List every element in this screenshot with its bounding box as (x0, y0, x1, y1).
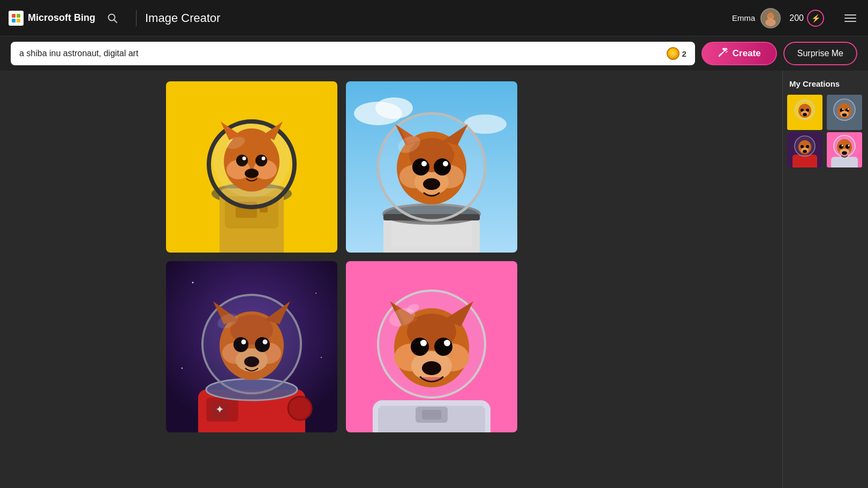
dog-image-4 (346, 261, 517, 432)
svg-point-27 (245, 169, 259, 178)
svg-point-115 (842, 109, 843, 110)
svg-point-78 (202, 295, 301, 393)
coin-number: 200 (789, 13, 804, 23)
windows-sq3 (12, 19, 16, 22)
svg-point-50 (443, 161, 448, 166)
create-icon (718, 47, 728, 60)
svg-rect-83 (422, 410, 441, 420)
svg-point-48 (434, 158, 451, 176)
svg-point-26 (262, 157, 266, 161)
windows-sq2 (17, 14, 20, 18)
svg-point-94 (411, 338, 429, 356)
svg-point-24 (255, 155, 267, 166)
svg-point-118 (842, 113, 847, 117)
nav-divider (136, 10, 137, 26)
svg-point-97 (444, 340, 450, 346)
svg-point-124 (806, 145, 809, 148)
dog-image-1 (166, 81, 337, 253)
svg-point-123 (801, 145, 804, 148)
wand-icon (718, 47, 728, 58)
hamburger-line3 (844, 21, 856, 22)
hamburger-line2 (844, 18, 856, 19)
svg-point-95 (434, 338, 452, 356)
surprise-button[interactable]: Surprise Me (783, 42, 857, 65)
create-button[interactable]: Create (701, 42, 777, 65)
bing-logo[interactable]: Microsoft Bing (9, 11, 95, 26)
thumbnail-grid (787, 95, 864, 167)
thumb-image-1 (787, 95, 822, 130)
windows-sq4 (17, 19, 20, 22)
boost-badge[interactable]: 🪙 2 (667, 47, 686, 60)
hamburger-menu[interactable] (841, 11, 859, 25)
thumbnail-4[interactable] (827, 132, 862, 167)
sidebar-title: My Creations (787, 79, 864, 88)
generated-image-4[interactable] (346, 261, 517, 432)
svg-point-55 (315, 293, 316, 294)
sidebar: My Creations (782, 71, 868, 488)
svg-point-49 (421, 161, 427, 166)
svg-point-133 (841, 145, 843, 147)
windows-icon (12, 14, 20, 22)
svg-point-99 (444, 341, 446, 343)
thumbnail-1[interactable] (787, 95, 822, 130)
search-icon (107, 13, 118, 24)
avatar[interactable] (760, 8, 781, 28)
svg-point-136 (842, 151, 847, 155)
user-name: Emma (732, 13, 755, 22)
boost-icon: ⚡ (807, 10, 824, 27)
page-title: Image Creator (145, 11, 221, 25)
dog-image-2 (346, 81, 517, 253)
svg-point-126 (803, 150, 807, 153)
bing-logo-icon (9, 11, 24, 26)
svg-point-54 (192, 282, 194, 284)
dog-image-3: ✦ (166, 261, 337, 432)
thumb-image-4 (827, 132, 862, 167)
bing-logo-text: Microsoft Bing (28, 12, 95, 24)
thumb-image-2 (827, 95, 862, 130)
svg-point-100 (422, 361, 441, 375)
svg-point-51 (423, 178, 440, 190)
search-button[interactable] (104, 10, 121, 27)
windows-sq1 (12, 14, 16, 18)
svg-text:✦: ✦ (215, 403, 224, 415)
prompt-input[interactable] (19, 49, 661, 58)
surprise-label: Surprise Me (797, 49, 843, 58)
svg-point-56 (182, 368, 183, 369)
thumbnail-3[interactable] (787, 132, 822, 167)
hamburger-line1 (844, 14, 856, 16)
svg-point-116 (847, 109, 848, 110)
boost-coin-icon: 🪙 (667, 47, 680, 60)
coin-count-container: 200 ⚡ (789, 10, 833, 27)
svg-point-4 (765, 18, 776, 26)
svg-point-57 (321, 357, 322, 358)
left-spacer (0, 71, 150, 488)
svg-point-98 (420, 341, 422, 343)
search-row: 🪙 2 Create Surprise Me (0, 36, 868, 71)
generated-image-2[interactable] (346, 81, 517, 253)
search-input-wrap: 🪙 2 (11, 42, 695, 65)
svg-point-23 (236, 155, 248, 166)
svg-point-96 (420, 340, 427, 346)
svg-point-109 (803, 113, 807, 116)
avatar-image (761, 8, 780, 28)
svg-point-31 (375, 97, 413, 119)
svg-point-25 (243, 157, 246, 161)
main-content: ✦ (0, 71, 868, 488)
thumb-image-3 (787, 132, 822, 167)
thumbnail-2[interactable] (827, 95, 862, 130)
svg-rect-128 (831, 157, 858, 167)
svg-point-5 (768, 12, 774, 18)
navbar: Microsoft Bing Image Creator Emma 200 ⚡ (0, 0, 868, 36)
gallery-area: ✦ (150, 71, 782, 488)
create-label: Create (733, 48, 761, 59)
svg-line-1 (114, 20, 117, 22)
image-grid: ✦ (166, 81, 517, 432)
generated-image-3[interactable]: ✦ (166, 261, 337, 432)
svg-point-60 (288, 396, 312, 420)
generated-image-1[interactable] (166, 81, 337, 253)
boost-number: 2 (682, 49, 686, 58)
svg-point-47 (412, 158, 429, 176)
svg-point-134 (848, 145, 849, 147)
